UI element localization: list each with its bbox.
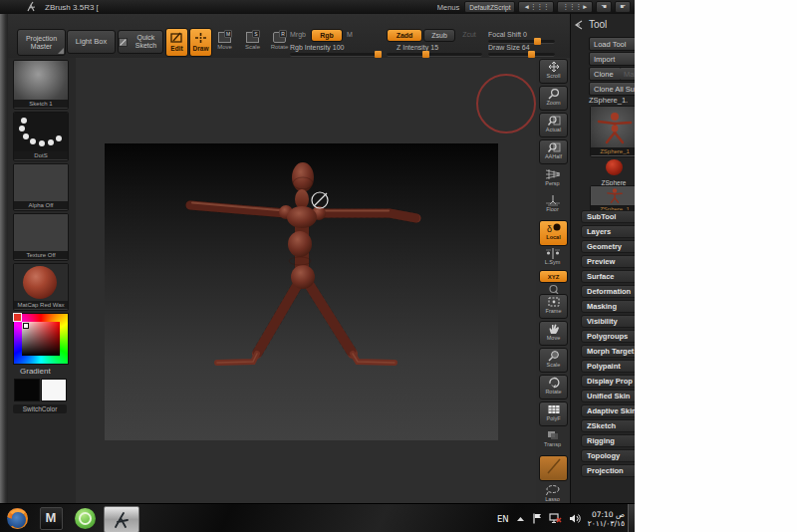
zadd-button[interactable]: Zadd <box>387 29 422 42</box>
color-picker[interactable] <box>13 313 69 365</box>
tool-section-polygroups[interactable]: Polygroups <box>581 330 635 343</box>
tool-section-surface[interactable]: Surface <box>581 270 635 283</box>
local-button[interactable]: δ Local <box>539 220 568 246</box>
tray-hand-left-icon[interactable]: ☚ <box>596 1 612 13</box>
network-status-icon[interactable] <box>549 513 562 524</box>
aahalf-button[interactable]: AAHalf <box>539 139 568 164</box>
tool-section-deformation[interactable]: Deformation <box>581 285 635 298</box>
tool-section-adaptive-skin[interactable]: Adaptive Skin <box>581 404 635 417</box>
tool-panel: Tool Load Tool Import Clone Make Po Clon… <box>570 14 635 503</box>
tool-section-display-prop[interactable]: Display Prop <box>581 375 635 388</box>
lasso-icon <box>545 484 561 496</box>
tool-section-masking[interactable]: Masking <box>581 300 635 313</box>
switch-color-button[interactable]: SwitchColor <box>13 404 67 413</box>
clock[interactable]: 07:10 ص ٢٠١١/٠٣/١٥ <box>588 510 625 528</box>
magnifier-half-icon <box>547 141 561 153</box>
m-button[interactable]: M <box>347 31 353 38</box>
import-button[interactable]: Import <box>589 52 635 66</box>
transp-button[interactable]: Transp <box>539 428 566 451</box>
hue-marker <box>13 313 22 322</box>
current-stroke-thumbnail[interactable]: DotS <box>13 112 69 161</box>
mrgb-button[interactable]: Mrgb <box>290 31 306 38</box>
secondary-color-swatch[interactable] <box>41 379 67 401</box>
load-tool-button[interactable]: Load Tool <box>589 37 635 51</box>
shelf-scale-button[interactable]: Scale <box>539 348 568 373</box>
active-tool-tile[interactable] <box>539 455 568 481</box>
firefox-taskbar-icon[interactable] <box>2 506 32 531</box>
light-box-button[interactable]: Light Box <box>67 30 116 54</box>
tray-hand-right-icon[interactable]: ☛ <box>615 1 631 13</box>
language-indicator[interactable]: EN <box>497 514 509 524</box>
default-zscript-button[interactable]: DefaultZScript <box>464 1 515 13</box>
tool-section-preview[interactable]: Preview <box>581 255 635 268</box>
clone-all-subtools-button[interactable]: Clone All SubTools <box>589 82 635 96</box>
red-wax-sphere-icon <box>23 266 57 299</box>
edit-button[interactable]: Edit <box>165 28 188 57</box>
tool-section-topology[interactable]: Topology <box>581 449 635 462</box>
tool-section-visibility[interactable]: Visibility <box>581 315 635 328</box>
current-alpha-thumbnail[interactable]: Alpha Off <box>13 163 69 211</box>
zscript-scroll-left-button[interactable]: ◄⋮⋮⋮ <box>518 1 554 13</box>
current-material-thumbnail[interactable]: MatCap Red Wax <box>13 263 69 311</box>
panel-collapse-icon[interactable] <box>574 20 583 30</box>
recent-figure-thumb-icon <box>605 187 625 204</box>
tool-section-unified-skin[interactable]: Unified Skin <box>581 390 635 402</box>
scroll-button[interactable]: Scroll <box>539 59 568 84</box>
tool-panel-title: Tool <box>589 19 607 30</box>
current-brush-thumbnail[interactable]: Sketch 1 <box>13 60 69 110</box>
scroll-hand-icon <box>547 61 561 73</box>
action-center-flag-icon[interactable] <box>532 513 542 524</box>
active-tool-preview[interactable]: ZSphere_1 <box>590 106 635 157</box>
xyz-button[interactable]: XYZ <box>539 270 568 283</box>
zbrush-window: ZBrush 3.5R3 [ Menus DefaultZScript ◄⋮⋮⋮… <box>0 0 635 532</box>
make-polymesh-button: Make Po <box>620 67 635 81</box>
tool-section-zsketch[interactable]: ZSketch <box>581 419 635 432</box>
rotate-button[interactable]: R Rotate <box>269 30 290 53</box>
scale-button[interactable]: S Scale <box>243 30 262 53</box>
actual-button[interactable]: Actual <box>539 113 568 137</box>
tool-section-rigging[interactable]: Rigging <box>581 434 635 447</box>
maya-taskbar-icon[interactable]: M <box>36 506 66 531</box>
green-app-taskbar-icon[interactable] <box>70 506 100 531</box>
tool-section-polypaint[interactable]: Polypaint <box>581 360 635 373</box>
frame-button[interactable]: Frame <box>539 294 568 319</box>
left-tray-handle[interactable] <box>0 14 8 503</box>
z-intensity-slider[interactable] <box>387 53 482 57</box>
polyf-button[interactable]: PolyF <box>539 401 568 426</box>
document-area[interactable] <box>105 143 498 440</box>
persp-button[interactable]: Persp <box>539 167 566 189</box>
clock-time: 07:10 ص <box>588 510 625 519</box>
lsym-button[interactable]: L.Sym <box>539 247 566 269</box>
viewport-canvas[interactable] <box>76 58 536 503</box>
draw-size-slider[interactable] <box>488 53 555 57</box>
shelf-move-button[interactable]: Move <box>539 321 568 346</box>
tool-section-layers[interactable]: Layers <box>581 225 635 238</box>
main-color-swatch[interactable] <box>14 379 40 401</box>
current-tool-name[interactable]: ZSphere_1. <box>589 96 628 105</box>
quick-sketch-button[interactable]: Quick Sketch <box>118 30 163 54</box>
projection-master-button[interactable]: Projection Master <box>17 29 66 56</box>
clock-date: ٢٠١١/٠٣/١٥ <box>588 519 625 528</box>
zoom-button[interactable]: Zoom <box>539 86 568 111</box>
rgb-intensity-slider[interactable] <box>290 53 382 57</box>
tool-section-projection[interactable]: Projection <box>581 464 635 477</box>
clone-button[interactable]: Clone <box>589 67 623 81</box>
draw-button[interactable]: Draw <box>189 28 212 57</box>
floor-button[interactable]: Floor <box>539 193 566 215</box>
gradient-label[interactable]: Gradient <box>20 367 51 376</box>
tile-slash-icon <box>546 457 562 475</box>
tool-section-geometry[interactable]: Geometry <box>581 240 635 253</box>
zbrush-taskbar-icon[interactable] <box>104 506 139 532</box>
current-texture-thumbnail[interactable]: Texture Off <box>13 213 69 261</box>
volume-icon[interactable] <box>569 513 581 524</box>
shelf-rotate-button[interactable]: Rotate <box>539 375 568 399</box>
tool-item-zsphere[interactable]: ZSphere <box>590 159 635 186</box>
show-hidden-icons-button[interactable] <box>516 516 525 522</box>
move-button[interactable]: M Move <box>215 30 234 53</box>
zscript-scroll-right-button[interactable]: ⋮⋮⋮► <box>557 1 593 13</box>
zsub-button[interactable]: Zsub <box>423 29 455 42</box>
tool-section-morph-target[interactable]: Morph Target <box>581 345 635 358</box>
tool-section-subtool[interactable]: SubTool <box>581 210 635 223</box>
rgb-button[interactable]: Rgb <box>311 29 343 42</box>
show-desktop-button[interactable] <box>628 504 635 532</box>
